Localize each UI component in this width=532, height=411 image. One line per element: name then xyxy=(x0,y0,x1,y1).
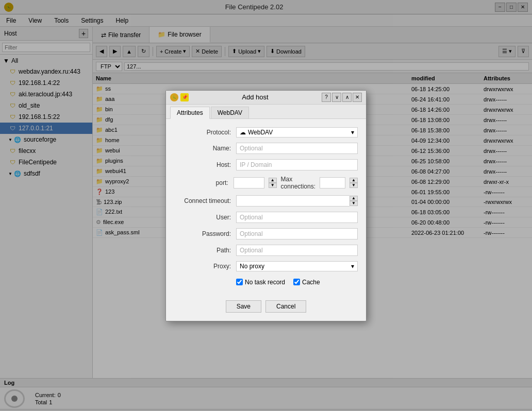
modal-title-icons: 🐛 📌 xyxy=(170,93,189,101)
no-task-record-input[interactable] xyxy=(236,279,243,285)
modal-title: Add host xyxy=(192,93,319,101)
name-control xyxy=(236,143,358,154)
proxy-select-display[interactable]: No proxy ▾ xyxy=(236,261,358,271)
modal-body: Protocol: ☁ WebDAV ▾ Name: Host: xyxy=(166,119,366,296)
path-control xyxy=(236,245,358,256)
modal-footer: Save Cancel xyxy=(166,296,366,321)
password-row: Password: xyxy=(174,228,358,239)
timeout-input[interactable]: 5000ms xyxy=(236,195,350,207)
pin-icon: 📌 xyxy=(180,93,189,101)
cache-input[interactable] xyxy=(293,279,300,285)
modal-tab-webdav[interactable]: WebDAV xyxy=(211,107,249,118)
modal-tab-attributes[interactable]: Attributes xyxy=(170,107,210,119)
modal-overlay: 🐛 📌 Add host ? ∨ ∧ ✕ Attributes WebDAV P… xyxy=(0,0,532,411)
protocol-value: WebDAV xyxy=(248,129,273,136)
port-spin-down[interactable]: ▼ xyxy=(269,183,277,188)
user-input[interactable] xyxy=(236,212,358,223)
timeout-row: Connect timeout: 5000ms ▲ ▼ xyxy=(174,195,358,207)
path-label: Path: xyxy=(174,247,236,254)
max-conn-spin-down[interactable]: ▼ xyxy=(350,183,358,188)
chevron-down-icon: ▾ xyxy=(351,129,354,136)
modal-controls: ? ∨ ∧ ✕ xyxy=(322,93,362,102)
port-input[interactable]: 80 xyxy=(234,177,264,189)
cloud-icon: ☁ xyxy=(240,129,246,136)
name-row: Name: xyxy=(174,143,358,154)
modal-app-icon: 🐛 xyxy=(170,93,178,101)
no-task-record-checkbox[interactable]: No task record xyxy=(236,279,285,286)
proxy-control: No proxy ▾ xyxy=(236,261,358,271)
name-input[interactable] xyxy=(236,143,358,154)
modal-tabs: Attributes WebDAV xyxy=(166,105,366,119)
host-input[interactable] xyxy=(236,159,358,170)
proxy-row: Proxy: No proxy ▾ xyxy=(174,261,358,271)
protocol-select-display[interactable]: ☁ WebDAV ▾ xyxy=(236,127,358,138)
chevron-down-icon: ▾ xyxy=(351,263,354,270)
modal-help-btn[interactable]: ? xyxy=(322,93,331,102)
cancel-button[interactable]: Cancel xyxy=(265,300,306,313)
port-row: port: 80 ▲ ▼ Max connections: 6 ▲ ▼ xyxy=(174,176,358,190)
user-row: User: xyxy=(174,212,358,223)
protocol-control: ☁ WebDAV ▾ xyxy=(236,127,358,138)
port-spin-up[interactable]: ▲ xyxy=(269,178,277,183)
max-conn-label: Max connections: xyxy=(281,176,315,190)
port-spinner: ▲ ▼ xyxy=(269,178,277,188)
modal-maximize-btn[interactable]: ∧ xyxy=(342,93,352,102)
timeout-input-row: 5000ms ▲ ▼ xyxy=(236,195,358,207)
protocol-label: Protocol: xyxy=(174,129,236,136)
password-label: Password: xyxy=(174,230,236,237)
timeout-control: 5000ms ▲ ▼ xyxy=(236,195,358,207)
modal-title-bar: 🐛 📌 Add host ? ∨ ∧ ✕ xyxy=(166,91,366,105)
modal-minimize-btn[interactable]: ∨ xyxy=(332,93,341,102)
timeout-label: Connect timeout: xyxy=(174,197,236,204)
timeout-spin-down[interactable]: ▼ xyxy=(350,201,358,206)
timeout-spin-up[interactable]: ▲ xyxy=(350,196,358,201)
port-max-row: 80 ▲ ▼ Max connections: 6 ▲ ▼ xyxy=(234,176,358,190)
proxy-value: No proxy xyxy=(240,263,264,270)
cache-checkbox[interactable]: Cache xyxy=(293,279,320,286)
modal-close-btn[interactable]: ✕ xyxy=(353,93,362,102)
max-conn-spin-up[interactable]: ▲ xyxy=(350,178,358,183)
no-task-record-label: No task record xyxy=(245,279,285,286)
max-conn-spinner: ▲ ▼ xyxy=(350,178,358,188)
save-button[interactable]: Save xyxy=(226,300,261,313)
port-control: 80 ▲ ▼ Max connections: 6 ▲ ▼ xyxy=(234,176,358,190)
checkbox-row: No task record Cache xyxy=(174,277,358,288)
host-control xyxy=(236,159,358,170)
password-control xyxy=(236,228,358,239)
port-label: port: xyxy=(174,179,234,186)
user-label: User: xyxy=(174,214,236,221)
proxy-label: Proxy: xyxy=(174,263,236,270)
name-label: Name: xyxy=(174,145,236,152)
host-row: Host: xyxy=(174,159,358,170)
cache-label: Cache xyxy=(302,279,320,286)
path-row: Path: xyxy=(174,245,358,256)
password-input[interactable] xyxy=(236,228,358,239)
timeout-spinner: ▲ ▼ xyxy=(350,196,358,206)
host-label: Host: xyxy=(174,161,236,168)
path-input-modal[interactable] xyxy=(236,245,358,256)
add-host-modal: 🐛 📌 Add host ? ∨ ∧ ✕ Attributes WebDAV P… xyxy=(165,90,367,321)
max-conn-input[interactable]: 6 xyxy=(320,177,345,189)
protocol-row: Protocol: ☁ WebDAV ▾ xyxy=(174,127,358,138)
user-control xyxy=(236,212,358,223)
